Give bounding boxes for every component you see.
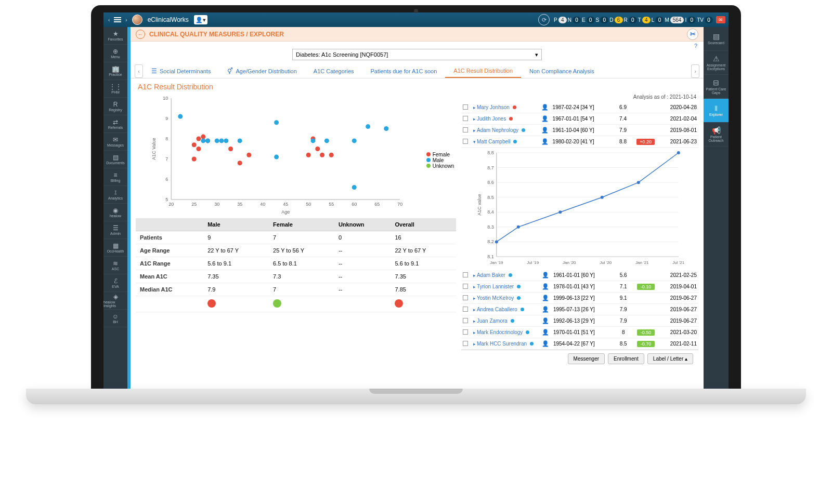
user-avatar[interactable] [132,15,142,25]
patient-row[interactable]: ▸Andrea Caballero 👤 1995-07-13 [26 Y] 7.… [461,304,698,315]
tab-a1c-categories[interactable]: A1C Categories [305,65,362,77]
rightbar-item-assignment-exceptions[interactable]: ⚠Assignment Exceptions [704,51,729,75]
refresh-icon[interactable]: ⟳ [538,14,550,25]
patient-row[interactable]: ▸Tyrion Lannister 👤 1978-01-01 [43 Y] 7.… [461,281,698,293]
line-chart: 8.18.28.38.48.58.68.78.8Jan '19Jul '19Ja… [461,148,698,270]
checkbox[interactable] [463,127,468,132]
patient-row[interactable]: ▸Adam Baker 👤 1961-01-01 [60 Y] 5.6 2021… [461,270,698,281]
user-icon[interactable]: 👤 [541,138,549,144]
sidebar-item-occhealth[interactable]: ▦OccHealth [103,239,127,257]
counter-E[interactable]: E0 [582,17,595,23]
back-icon[interactable]: ← [136,30,145,39]
counter-TV[interactable]: TV0 [697,17,713,23]
checkbox[interactable] [463,295,468,300]
messenger-button[interactable]: Messenger [568,353,605,364]
counter-S[interactable]: S0 [596,17,609,23]
tab-social-determinants[interactable]: ☰Social Determinants [143,64,219,78]
counter-T[interactable]: T4 [638,17,651,23]
hamburger-menu-icon[interactable] [111,14,124,26]
patient-row[interactable]: ▾Matt Campbell 👤 1980-02-20 [41 Y] 8.8 +… [461,136,698,148]
user-icon[interactable]: 👤 [542,272,549,278]
counter-I[interactable]: I0 [685,17,696,23]
label-button[interactable]: Label / Letter ▴ [647,353,693,364]
checkbox[interactable] [463,307,468,312]
rightbar-item-patient-outreach[interactable]: 📢Patient Outreach [704,123,729,147]
user-icon[interactable]: 👤 [542,295,549,301]
breadcrumb-text: CLINICAL QUALITY MEASURES / EXPLORER [149,31,284,38]
counter-P[interactable]: P4 [554,17,567,23]
main-content: ← CLINICAL QUALITY MEASURES / EXPLORER ✂… [131,27,704,390]
counter-L[interactable]: L0 [652,17,664,23]
checkbox[interactable] [463,284,468,289]
rightbar-item-scorecard[interactable]: ▤Scorecard [704,27,729,51]
sidebar-item-referrals[interactable]: ⇄Referrals [103,115,127,133]
sidebar-item-favorites[interactable]: ★Favorites [103,27,127,45]
svg-point-46 [352,185,357,190]
patient-row[interactable]: ▸Judith Jones 👤 1967-01-01 [54 Y] 7.4 20… [461,113,698,125]
checkbox[interactable] [463,104,468,110]
rightbar-item-patient-care-gaps[interactable]: ⊟Patient Care Gaps [704,75,729,99]
tabs-scroll-right[interactable]: › [691,64,699,78]
user-icon[interactable]: 👤 [541,104,549,110]
checkbox[interactable] [463,318,468,323]
svg-point-39 [219,138,224,143]
sidebar-item-messages[interactable]: ✉Messages [103,133,127,151]
checkbox[interactable] [463,139,468,144]
sidebar-item-registry[interactable]: RRegistry [103,98,127,115]
checkbox[interactable] [463,116,468,121]
checkbox[interactable] [463,341,468,346]
user-icon[interactable]: 👤 [542,329,549,335]
patient-row[interactable]: ▸Mary Jonhson 👤 1987-02-24 [34 Y] 6.9 20… [461,102,698,113]
sidebar-item-analytics[interactable]: ⫱Analytics [103,186,127,204]
counter-N[interactable]: N0 [568,17,581,23]
rightbar-item-explorer[interactable]: ⫴Explorer [704,99,729,123]
svg-text:6: 6 [165,177,168,182]
sidebar-item-phm[interactable]: ⋮⋮PHM [103,80,127,98]
patient-row[interactable]: ▸Adam Nephrology 👤 1961-10-04 [60 Y] 7.9… [461,125,698,136]
chevron-left-icon[interactable]: ‹ [107,17,111,23]
measure-select[interactable]: Diabetes: A1c Screening [NQF0057] ▾ [292,49,542,60]
counter-D[interactable]: D6 [609,17,622,23]
chevron-down-icon: ▾ [535,51,538,58]
sidebar-item-billing[interactable]: ≡Billing [103,168,127,186]
user-icon[interactable]: 👤 [541,127,549,133]
chevron-right-icon[interactable]: › [124,17,128,23]
sidebar-item-admin[interactable]: ☰Admin [103,221,127,239]
sidebar-item-healow-insights[interactable]: ◈healow Insights [103,292,127,310]
patient-row[interactable]: ▸Mark Endocrinology 👤 1970-01-01 [51 Y] … [461,327,698,338]
user-icon[interactable]: 👤 [542,306,549,312]
tab-a1c-result-distribution[interactable]: A1C Result Distribution [445,64,521,78]
top-bar: ‹ › eClinicalWorks 👤▾ ⟳ P4N0E0S0D6R0T4L0… [103,12,729,27]
user-search-button[interactable]: 👤▾ [194,15,207,24]
settings-icon[interactable]: ✂ [687,29,698,40]
svg-point-76 [559,210,562,214]
sidebar-item-asc[interactable]: ≋ASC [103,257,127,274]
user-icon[interactable]: 👤 [542,317,549,324]
checkbox[interactable] [463,329,468,335]
enrollment-button[interactable]: Enrollment [608,353,644,364]
help-icon[interactable]: ? [694,43,697,49]
tabs-scroll-left[interactable]: ‹ [135,64,143,78]
tab-patients-due-for-a1c-soon[interactable]: Patients due for A1C soon [362,65,446,77]
counter-R[interactable]: R0 [624,17,637,23]
user-icon[interactable]: 👤 [541,115,549,122]
svg-text:70: 70 [397,202,402,207]
user-icon[interactable]: 👤 [542,340,549,347]
patient-row[interactable]: ▸Juan Zamora 👤 1992-06-13 [29 Y] 7.9 201… [461,315,698,327]
sidebar-item-menu[interactable]: ⊕Menu [103,45,127,62]
sidebar-item-documents[interactable]: ▤Documents [103,151,127,168]
checkbox[interactable] [463,272,468,277]
patient-row[interactable]: ▸Mark HCC Surendran 👤 1954-04-22 [67 Y] … [461,338,698,350]
tab-age/gender-distribution[interactable]: ⚥Age/Gender Distribution [219,64,305,78]
tab-non-compliance-analysis[interactable]: Non Compliance Analysis [521,65,603,77]
sidebar-item-eva[interactable]: ℰEVA [103,274,127,292]
sidebar-item-healow[interactable]: ◉healow [103,204,127,221]
patient-row[interactable]: ▸Yostin McKelroy 👤 1999-06-13 [22 Y] 9.1… [461,293,698,304]
alert-icon[interactable]: ✉ [716,16,725,23]
sidebar-item-bh[interactable]: ☺BH [103,310,127,327]
svg-text:5: 5 [165,197,168,202]
user-icon[interactable]: 👤 [542,283,549,289]
sidebar-item-practice[interactable]: 🏢Practice [103,62,127,80]
counter-M[interactable]: M564 [665,17,684,23]
svg-point-47 [352,138,357,143]
